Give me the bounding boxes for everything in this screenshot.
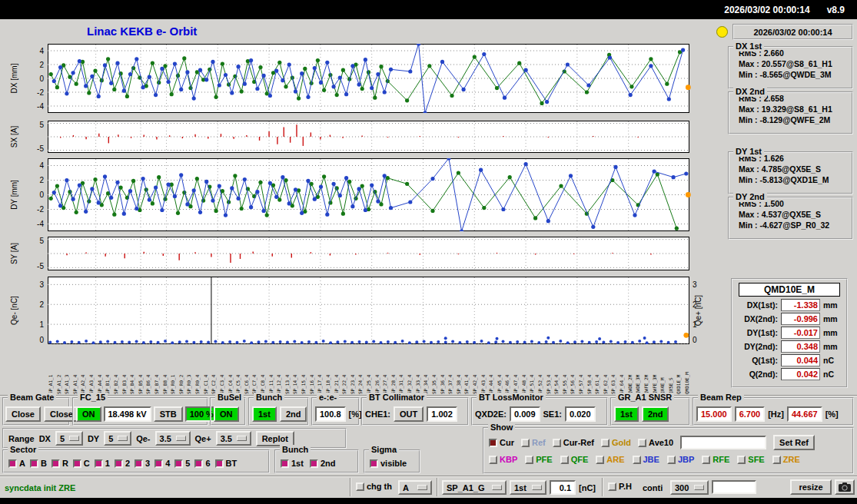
snsr-2nd-button[interactable]: 2nd [642,406,669,422]
bt-collimator-group: BT Collimator CHE1: OUT 1.002 [361,397,469,426]
charge-plot[interactable]: 33221100Qe- [nC]Qe+ [nC] [0,277,709,344]
range-dy-label: DY [88,434,99,443]
show-are-checkbox[interactable]: ARE [596,455,624,464]
interval-select[interactable]: 300 [670,480,709,495]
bpm-label: SP_15_4 [301,346,306,394]
dx-orbit-plot[interactable]: 420-2-4DX [mm] [0,44,709,113]
show-qfe-checkbox[interactable]: QFE [560,455,589,464]
svg-text:1: 1 [39,320,44,329]
bpm-label: SP_63_4 [610,346,616,394]
show-kbp-checkbox[interactable]: KBP [489,455,517,464]
beam-rep-title: Beam Rep [698,393,744,403]
set-ref-button[interactable]: Set Ref [773,435,815,450]
option-menu-indicator [237,436,247,441]
sector-c-checkbox[interactable]: C [73,459,90,468]
show-sfe-checkbox[interactable]: SFE [737,455,764,464]
stats-line: Max : 4.785@QX5E_S [729,164,852,174]
monitor-row-label: DY(2nd): [735,342,778,351]
bpm-label: QX4E_M [659,346,665,394]
chg-th-checkbox[interactable]: chg th [356,482,392,491]
che1-out-button[interactable]: OUT [394,406,424,422]
status-message: syncdata init ZRE [5,483,75,492]
se1-readout: 0.020 [565,406,596,422]
ref-file-input[interactable] [680,436,766,449]
show-jbe-checkbox[interactable]: JBE [633,455,659,464]
bunch-1st-checkbox[interactable]: 1st [281,459,304,468]
sector-1-checkbox[interactable]: 1 [95,459,110,468]
stats-dy-2nd: DY 2ndRMS : 1.500Max : 4.537@QX5E_SMin :… [728,197,853,240]
show-cur-checkbox[interactable]: Cur [489,438,514,447]
replot-button[interactable]: Replot [256,431,294,446]
sector-a-checkbox[interactable]: A [8,459,25,468]
sector-5-checkbox[interactable]: 5 [174,459,190,468]
bunch-1st-select[interactable]: 1st [510,480,546,495]
fc15-on-button[interactable]: ON [76,406,101,422]
range-qep-select[interactable]: 3.5 [216,431,251,446]
show-zre-checkbox[interactable]: ZRE [772,455,800,464]
stats-dx-1st: DX 1stRMS : 2.660Max : 20.557@S8_61_H1Mi… [728,46,853,89]
checkbox-box [525,456,533,464]
bpm-label: SP_54_4 [553,346,559,394]
bunch-1st-value: 1st [514,483,526,492]
checkbox-box [95,459,103,468]
bpm-label: SP_C2_4 [211,346,216,394]
stats-line: Min : -8.565@QWDE_3M [729,69,852,80]
resize-button[interactable]: resize [790,479,832,495]
beam-gate-group: Beam Gate Close Close [2,397,70,426]
separator [350,478,351,496]
show-jbp-checkbox[interactable]: JBP [667,455,694,464]
svg-text:2: 2 [39,61,44,69]
checkbox-label: 2nd [321,459,336,468]
bunch-2nd-button[interactable]: 2nd [280,406,307,422]
sector-2-checkbox[interactable]: 2 [115,459,130,468]
svg-text:-4: -4 [37,220,44,228]
range-dx-select[interactable]: 5 [55,431,83,446]
sector-4-checkbox[interactable]: 4 [154,459,170,468]
sector-bt-checkbox[interactable]: BT [215,459,238,468]
show-cur-ref-checkbox[interactable]: Cur-Ref [553,438,594,447]
range-qem-select[interactable]: 3.5 [155,431,191,446]
monitor-row: DX(2nd):-0.996mm [735,313,844,325]
ph-checkbox[interactable]: P.H [608,482,632,491]
bunch-title: Bunch [254,393,284,403]
checkbox-box [702,456,710,464]
show-ave10-checkbox[interactable]: Ave10 [638,438,673,447]
snsr-1st-button[interactable]: 1st [614,406,639,422]
bunch-1st-button[interactable]: 1st [252,406,277,422]
fc15-stb-button[interactable]: STB [154,406,183,422]
sigma-visible-checkbox[interactable]: visible [370,459,407,468]
checkbox-box [310,459,318,468]
monitor-row-unit: mm [823,342,838,351]
show-pfe-checkbox[interactable]: PFE [525,455,552,464]
sector-6-checkbox[interactable]: 6 [194,459,210,468]
show-rfe-checkbox[interactable]: RFE [702,455,729,464]
checkbox-box [73,459,81,468]
svg-text:-2: -2 [37,205,44,214]
bpm-label: SP_A1_3 [64,346,69,394]
dy-orbit-plot[interactable]: 420-2-4DY [mm] [0,158,709,231]
threshold-unit: [nC] [579,483,596,492]
che1-readout: 1.002 [427,406,457,422]
sector-a-select[interactable]: A [398,480,432,495]
beam-gate-close1-button[interactable]: Close [5,406,41,422]
busel-group: BuSel ON [210,397,246,426]
monitor-select[interactable]: SP_A1_G [442,480,507,495]
sx-steering-plot[interactable]: 5-5SX [A] [0,121,709,153]
bpm-label: SP_B1_4 [105,346,110,394]
svg-text:-4: -4 [37,102,44,111]
sector-b-checkbox[interactable]: B [30,459,47,468]
show-gold-checkbox[interactable]: Gold [601,438,631,447]
show-ref-checkbox[interactable]: Ref [521,438,546,447]
misc-input[interactable] [712,480,756,494]
beam-gate-title: Beam Gate [8,393,56,403]
bunch-2nd-checkbox[interactable]: 2nd [310,459,336,468]
svg-text:2: 2 [39,300,44,309]
sy-steering-plot[interactable]: 5-5SY [A] [0,237,709,270]
checkbox-label: Cur-Ref [563,438,594,447]
sector-r-checkbox[interactable]: R [51,459,68,468]
range-dy-select[interactable]: 5 [104,431,131,446]
sector-3-checkbox[interactable]: 3 [135,459,150,468]
screenshot-button[interactable] [835,479,855,495]
bt-lossmonitor-title: BT LossMonitor [477,393,546,403]
busel-on-button[interactable]: ON [214,406,239,422]
